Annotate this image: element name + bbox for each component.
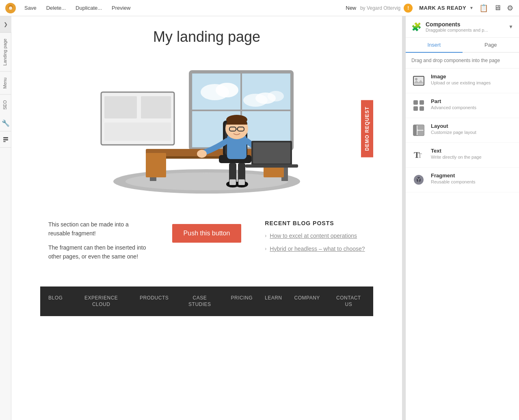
part-component-name: Part (431, 98, 513, 104)
svg-rect-51 (413, 106, 418, 111)
monitor-icon-button[interactable]: 🖥 (493, 3, 502, 13)
panel-title-group: Components Draggable components and p... (426, 21, 508, 32)
text-component-name: Text (431, 148, 513, 154)
svg-rect-46 (238, 179, 245, 185)
image-component-icon (411, 73, 426, 88)
panel-subtitle: Draggable components and p... (426, 28, 508, 32)
panel-chevron-down-icon[interactable]: ▼ (508, 24, 513, 30)
push-this-button[interactable]: Push this button (172, 224, 242, 243)
sidebar-toggle[interactable]: ❯ (0, 16, 11, 32)
svg-rect-18 (104, 123, 171, 141)
text-component-desc: Write directly on the page (431, 155, 513, 159)
footer-nav-case-studies[interactable]: CASE STUDIES (181, 295, 218, 308)
page-footer: BLOG EXPERIENCE CLOUD PRODUCTS CASE STUD… (40, 286, 373, 317)
topbar: Save Delete... Duplicate... Preview New … (0, 0, 519, 16)
image-component-desc: Upload or use existing images (431, 80, 513, 85)
fragment-description: This section can be made into a reusable… (48, 220, 149, 266)
demo-request-button[interactable]: DEMO REQUEST (361, 100, 373, 157)
footer-nav-experience-cloud[interactable]: EXPERIENCE CLOUD (75, 295, 128, 308)
page-canvas: My landing page DEMO REQUEST (11, 16, 402, 420)
blog-post-link-2[interactable]: Hybrid or headless – what to choose? (270, 245, 365, 253)
svg-rect-49 (413, 100, 418, 105)
layout-component-icon (411, 123, 426, 138)
footer-nav-pricing[interactable]: PRICING (231, 295, 253, 308)
main-layout: ❯ Landing page Menu SEO 🔧 My landing pag… (0, 16, 519, 420)
tab-page[interactable]: Page (463, 38, 519, 53)
page-content: My landing page DEMO REQUEST (32, 16, 381, 316)
fragment-component-desc: Reusable components (431, 179, 513, 184)
component-item-fragment[interactable]: Fragment Reusable components (406, 168, 519, 192)
svg-point-1 (9, 6, 12, 10)
topbar-actions: Save Delete... Duplicate... Preview (23, 4, 132, 12)
fragment-component-name: Fragment (431, 172, 513, 179)
app-logo (5, 2, 16, 14)
sidebar-item-landing-page[interactable]: Landing page (0, 32, 11, 71)
panel-tabs: Insert Page (406, 38, 519, 53)
duplicate-button[interactable]: Duplicate... (74, 4, 104, 12)
svg-rect-40 (245, 164, 298, 168)
canvas-scrollbar[interactable] (402, 16, 405, 420)
sidebar-item-menu[interactable]: Menu (0, 71, 11, 95)
footer-nav-blog[interactable]: BLOG (48, 295, 63, 308)
component-item-layout[interactable]: Layout Customize page layout (406, 118, 519, 143)
text-component-icon: T T (411, 148, 426, 162)
components-list: Image Upload or use existing images Part (406, 69, 519, 420)
tab-insert[interactable]: Insert (406, 38, 463, 53)
sidebar-item-seo[interactable]: SEO (0, 94, 11, 115)
footer-nav-products[interactable]: PRODUCTS (140, 295, 169, 308)
svg-rect-55 (417, 125, 424, 130)
mark-as-ready-button[interactable]: MARK AS READY (416, 3, 469, 13)
svg-rect-2 (3, 137, 8, 138)
hero-illustration: DEMO REQUEST (40, 58, 373, 200)
svg-point-36 (197, 150, 207, 158)
blog-post-arrow-2: › (265, 245, 266, 252)
blog-post-arrow-1: › (265, 232, 266, 239)
svg-rect-52 (420, 106, 424, 111)
push-button-wrapper: Push this button (157, 220, 257, 243)
layers-icon[interactable] (0, 131, 11, 148)
footer-nav: BLOG EXPERIENCE CLOUD PRODUCTS CASE STUD… (48, 295, 365, 308)
puzzle-icon: 🧩 (411, 22, 422, 32)
wrench-icon[interactable]: 🔧 (0, 115, 11, 131)
image-component-text: Image Upload or use existing images (431, 73, 513, 85)
mark-ready-dropdown[interactable]: ▼ (469, 6, 474, 10)
component-item-part[interactable]: Part Advanced components (406, 93, 519, 118)
svg-point-11 (268, 91, 284, 101)
chevron-right-icon: ❯ (4, 22, 8, 27)
preview-button[interactable]: Preview (110, 4, 132, 12)
clipboard-icon-button[interactable]: 📋 (478, 3, 489, 13)
layout-component-name: Layout (431, 123, 513, 129)
component-item-image[interactable]: Image Upload or use existing images (406, 69, 519, 93)
footer-nav-learn[interactable]: LEARN (265, 295, 282, 308)
save-button[interactable]: Save (23, 4, 38, 12)
blog-post-item: › How to excel at content operations (265, 232, 365, 240)
delete-button[interactable]: Delete... (45, 4, 67, 12)
hero-svg (81, 60, 333, 198)
component-item-text[interactable]: T T Text Write directly on the page (406, 143, 519, 168)
right-panel: 🧩 Components Draggable components and p.… (405, 16, 519, 420)
footer-nav-contact[interactable]: CONTACT US (332, 295, 365, 308)
fragment-component-icon (411, 172, 426, 187)
svg-text:T: T (418, 152, 422, 159)
text-component-text: Text Write directly on the page (431, 148, 513, 159)
warning-badge: ! (404, 4, 413, 13)
svg-rect-56 (417, 131, 424, 136)
svg-rect-50 (420, 100, 424, 105)
left-sidebar: ❯ Landing page Menu SEO 🔧 (0, 16, 11, 420)
part-component-icon (411, 98, 426, 113)
settings-icon-button[interactable]: ⚙ (506, 3, 514, 13)
svg-point-48 (415, 78, 417, 80)
blog-post-link-1[interactable]: How to excel at content operations (270, 232, 357, 240)
footer-nav-company[interactable]: COMPANY (294, 295, 320, 308)
page-title: My landing page (40, 28, 373, 45)
svg-rect-47 (413, 76, 424, 85)
content-section: This section can be made into a reusable… (40, 208, 373, 278)
svg-rect-25 (146, 153, 166, 177)
svg-rect-4 (3, 141, 6, 142)
svg-rect-45 (229, 179, 236, 185)
drag-hint: Drag and drop components into the page (406, 53, 519, 69)
panel-header: 🧩 Components Draggable components and p.… (406, 16, 519, 38)
fragment-component-text: Fragment Reusable components (431, 172, 513, 184)
part-component-desc: Advanced components (431, 105, 513, 110)
blog-posts-section: RECENT BLOG POSTS › How to excel at cont… (265, 220, 365, 258)
